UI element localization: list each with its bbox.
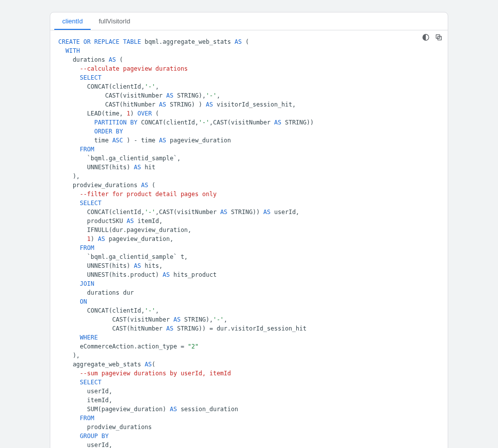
code-token	[58, 379, 80, 386]
code-string: "2"	[188, 343, 199, 350]
code-token: itemId,	[134, 218, 163, 224]
code-token	[58, 74, 80, 81]
code-token	[58, 235, 87, 242]
code-token: AS	[98, 235, 105, 242]
code-token: STRING))	[228, 209, 263, 216]
code-token	[58, 191, 80, 198]
tab-fullvisitorid[interactable]: fullVisitorId	[91, 12, 138, 30]
code-token: CONCAT(clientId,	[137, 119, 199, 126]
code-token: (	[152, 361, 155, 368]
code-token: (	[116, 56, 123, 63]
code-token: pageview_duration	[166, 137, 231, 144]
code-token: TABLE	[120, 38, 141, 45]
tab-bar: clientId fullVisitorId	[50, 12, 448, 30]
code-token: )	[91, 235, 98, 242]
code-token: AS	[235, 38, 242, 45]
code-token: FROM	[80, 146, 94, 153]
code-token: ,CAST(visitNumber	[155, 209, 220, 216]
code-token: hits_product	[170, 271, 217, 278]
code-token: CAST(hitNumber	[58, 325, 166, 332]
code-token	[58, 200, 80, 207]
code-token: AS	[159, 101, 166, 108]
code-token: CREATE OR REPLACE	[58, 38, 120, 45]
code-token: OVER	[137, 110, 152, 117]
code-token: WHERE	[80, 334, 98, 341]
code-token	[58, 244, 80, 251]
code-token: hit	[141, 164, 155, 171]
code-token	[58, 128, 94, 135]
code-token: CAST(visitNumber	[58, 92, 166, 99]
tab-clientid[interactable]: clientId	[54, 12, 91, 30]
code-token: durations	[58, 56, 109, 63]
code-token: userId,	[58, 442, 112, 448]
code-token: AS	[274, 119, 281, 126]
code-token: `bqml.ga_clientid_sample`,	[58, 155, 181, 162]
code-token: hits,	[141, 262, 162, 269]
code-token: CAST(hitNumber	[58, 101, 159, 108]
code-token: itemId,	[58, 397, 112, 404]
code-token	[58, 119, 94, 126]
code-token: IFNULL(dur.pageview_duration,	[58, 226, 191, 233]
code-token: ) - time	[123, 137, 159, 144]
code-token: durations dur	[58, 289, 134, 296]
code-token: AS	[141, 182, 148, 189]
code-token: STRING)) = dur.visitorId_session_hit	[173, 325, 306, 332]
code-comment: --filter for product detail pages only	[80, 191, 217, 198]
code-token: CAST(visitNumber	[58, 316, 173, 323]
code-token: (	[148, 182, 155, 189]
code-token	[58, 370, 80, 377]
code-token: ),	[58, 173, 80, 180]
code-token: CONCAT(clientId,	[58, 83, 144, 90]
code-number: 1	[87, 235, 91, 242]
code-token: UNNEST(hits.product)	[58, 271, 163, 278]
code-token: PARTITION BY	[94, 119, 137, 126]
code-token	[58, 65, 80, 72]
code-token: STRING))	[281, 119, 314, 126]
code-token: userId,	[270, 209, 299, 216]
copy-button[interactable]	[434, 33, 444, 43]
code-token	[58, 334, 80, 341]
code-token: UNNEST(hits)	[58, 164, 134, 171]
code-token: ,	[224, 316, 227, 323]
code-toolbar	[421, 33, 444, 43]
contrast-icon	[422, 33, 430, 43]
code-token: ORDER BY	[94, 128, 123, 135]
code-string: '-'	[206, 92, 217, 99]
code-number: 1	[126, 110, 130, 117]
code-token: ,	[217, 92, 220, 99]
code-token: FROM	[80, 415, 94, 422]
code-string: '-'	[144, 307, 155, 314]
code-token: )	[130, 110, 137, 117]
code-token: WITH	[65, 47, 80, 54]
code-string: '-'	[199, 119, 210, 126]
code-token: aggregate_web_stats	[58, 361, 144, 368]
code-token	[58, 415, 80, 422]
theme-toggle-button[interactable]	[421, 33, 431, 43]
code-token: STRING) )	[166, 101, 206, 108]
code-token: CONCAT(clientId,	[58, 209, 144, 216]
code-token: eCommerceAction.action_type =	[58, 343, 188, 350]
code-token: ASC	[112, 137, 123, 144]
code-token: (	[242, 38, 249, 45]
code-token	[58, 47, 65, 54]
code-token: AS	[206, 101, 213, 108]
code-token	[58, 146, 80, 153]
code-token: ,	[155, 83, 159, 90]
code-token: STRING),	[181, 316, 213, 323]
code-token: AS	[144, 361, 151, 368]
code-token: AS	[126, 218, 133, 224]
code-token: AS	[263, 209, 270, 216]
code-token: AS	[134, 164, 141, 171]
code-token: AS	[166, 92, 173, 99]
code-token: AS	[159, 137, 166, 144]
code-token: AS	[170, 406, 177, 413]
code-comment: --sum pageview durations by userId, item…	[80, 370, 231, 377]
code-token: ),	[58, 352, 80, 359]
code-comment: --calculate pageview durations	[80, 65, 188, 72]
code-token: time	[58, 137, 112, 144]
code-token: ,CAST(visitNumber	[209, 119, 274, 126]
code-token: (	[152, 110, 159, 117]
code-token: AS	[109, 56, 116, 63]
code-card: clientId fullVisitorId CREATE OR REPLACE…	[50, 12, 448, 448]
sql-code-block[interactable]: CREATE OR REPLACE TABLE bqml.aggregate_w…	[50, 30, 448, 448]
